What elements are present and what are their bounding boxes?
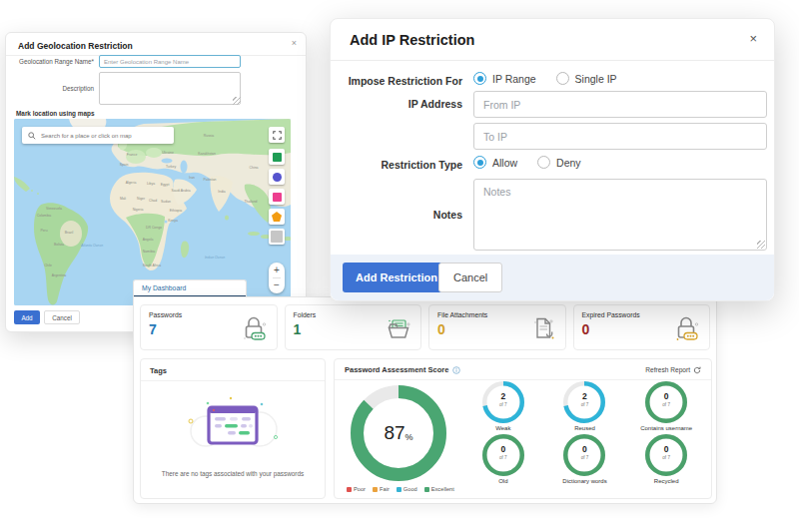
marker-palette — [269, 149, 285, 245]
folder-icon — [382, 312, 413, 344]
radio-deny-label: Deny — [556, 157, 581, 169]
to-ip-input[interactable] — [473, 123, 767, 150]
metric-value: 0 — [563, 444, 605, 454]
map-label: Kenya — [168, 219, 178, 223]
metric-reused: 2of 7Reused — [544, 381, 626, 431]
map-search-placeholder: Search for a place or click on map — [41, 133, 132, 139]
info-icon[interactable] — [452, 366, 460, 374]
cancel-button[interactable]: Cancel — [44, 310, 80, 324]
close-icon[interactable]: × — [292, 38, 297, 48]
restriction-type-label: Restriction Type — [331, 159, 462, 171]
dashboard-panel: Passwords 7 Folders 1 — [133, 296, 717, 504]
map-label: Namibia — [143, 250, 156, 254]
metric-of-label: of 7 — [563, 402, 605, 407]
divider — [335, 379, 711, 380]
stat-card-file-attachments[interactable]: File Attachments 0 — [428, 304, 566, 350]
map-label: Libya — [147, 182, 155, 186]
map-label: Algeria — [126, 181, 137, 185]
range-name-input[interactable] — [99, 55, 241, 68]
map-label: Thailand — [244, 200, 257, 204]
radio-ip-range[interactable]: IP Range — [473, 72, 536, 85]
radio-allow[interactable]: Allow — [473, 156, 517, 169]
fullscreen-icon[interactable] — [269, 127, 285, 143]
stat-card-passwords[interactable]: Passwords 7 — [140, 304, 278, 350]
zoom-out-button[interactable]: − — [274, 279, 280, 291]
metric-contains-username: 0of 7Contains username — [625, 381, 707, 431]
map-label: India — [218, 190, 225, 194]
radio-single-ip-label: Single IP — [575, 73, 617, 85]
radio-unselected-icon[interactable] — [556, 72, 569, 85]
metric-of-label: of 7 — [563, 455, 605, 460]
radio-unselected-icon[interactable] — [537, 156, 550, 169]
metric-donut: 2of 7 — [482, 381, 524, 423]
cancel-button[interactable]: Cancel — [438, 263, 502, 292]
radio-deny[interactable]: Deny — [537, 156, 581, 169]
map-search-box[interactable]: Search for a place or click on map — [22, 127, 174, 144]
expired-lock-icon — [670, 312, 702, 344]
geolocation-dialog-title: Add Geolocation Restriction — [18, 41, 133, 51]
ip-dialog-footer: Add Restriction Cancel — [331, 255, 774, 300]
search-icon — [28, 132, 36, 140]
tab-my-dashboard[interactable]: My Dashboard — [133, 279, 247, 297]
assessment-title-text: Password Assessment Score — [345, 365, 448, 374]
map-label: Ukraine — [162, 151, 174, 155]
metric-label: Old — [498, 478, 507, 484]
assessment-title: Password Assessment Score — [345, 365, 460, 374]
marker-gray-button[interactable] — [269, 229, 285, 245]
assessment-legend: PoorFairGoodExcellent — [347, 486, 454, 492]
marker-green-button[interactable] — [269, 149, 285, 165]
marker-purple-button[interactable] — [269, 169, 285, 185]
description-textarea[interactable] — [99, 72, 241, 105]
metric-value: 0 — [645, 391, 687, 401]
map-label: Spain — [120, 163, 129, 167]
ip-dialog-title: Add IP Restriction — [350, 32, 474, 48]
map-label: Argentina — [52, 273, 67, 277]
radio-allow-label: Allow — [492, 157, 517, 169]
stat-card-expired-passwords[interactable]: Expired Passwords 0 — [573, 304, 711, 350]
file-attachment-icon — [526, 312, 558, 344]
legend-swatch — [424, 487, 429, 492]
maps-section-label: Mark location using maps — [16, 110, 94, 117]
map-label: Peru — [40, 229, 47, 233]
map-label: France — [127, 153, 138, 157]
map-label: Nigeria — [133, 208, 144, 212]
map-label: Russia — [204, 134, 214, 138]
map-label: Ethiopia — [170, 209, 182, 213]
refresh-report-button[interactable]: Refresh Report — [645, 366, 701, 374]
ip-address-label: IP Address — [331, 98, 462, 110]
screen: Add Geolocation Restriction × Geolocatio… — [0, 0, 799, 532]
map-label: Sudan — [161, 200, 171, 204]
lock-icon — [238, 312, 270, 344]
radio-ip-range-label: IP Range — [492, 73, 536, 85]
legend-swatch — [373, 487, 378, 492]
notes-textarea[interactable] — [473, 179, 767, 251]
map-label: Saudi Arabia — [171, 189, 190, 193]
ip-restriction-dialog: Add IP Restriction × Impose Restriction … — [330, 18, 775, 301]
close-icon[interactable]: × — [749, 31, 757, 46]
add-button[interactable]: Add — [14, 310, 40, 324]
radio-single-ip[interactable]: Single IP — [556, 72, 617, 85]
metric-of-label: of 7 — [482, 455, 524, 460]
zoom-in-button[interactable]: + — [274, 265, 280, 276]
metric-of-label: of 7 — [645, 402, 687, 407]
stat-card-folders[interactable]: Folders 1 — [285, 304, 422, 350]
radio-selected-icon[interactable] — [473, 72, 486, 85]
add-restriction-button[interactable]: Add Restriction — [343, 263, 450, 292]
map-label: Mali — [120, 197, 126, 201]
map[interactable]: RussiaKazakhstanFranceSpainUkraineTurkey… — [14, 119, 291, 305]
radio-selected-icon[interactable] — [473, 156, 486, 169]
marker-pink-button[interactable] — [269, 189, 285, 205]
tags-illustration — [178, 391, 288, 457]
tags-title: Tags — [141, 359, 325, 380]
metric-label: Weak — [495, 425, 510, 431]
map-label: Bolivia — [54, 243, 64, 247]
map-label: Chad — [149, 199, 157, 203]
from-ip-input[interactable] — [473, 91, 767, 118]
map-label: Venezuela — [46, 207, 62, 211]
metric-value: 0 — [645, 444, 687, 454]
map-zoom-control: + − — [269, 263, 285, 293]
marker-orange-button[interactable] — [269, 209, 285, 225]
map-label: Indian Ocean — [205, 256, 225, 260]
tags-empty-state: There are no tags associated with your p… — [141, 381, 325, 477]
metric-dictionary-words: 0of 7Dictionary words — [544, 434, 626, 484]
